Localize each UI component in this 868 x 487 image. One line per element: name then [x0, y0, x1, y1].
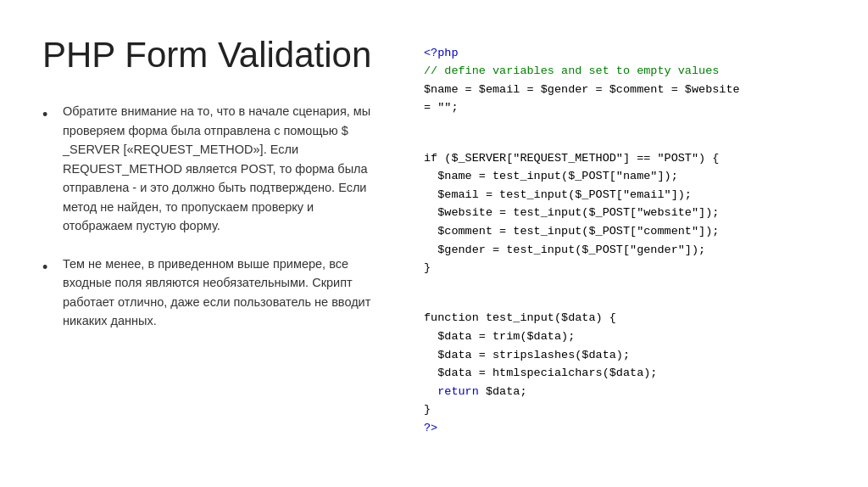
code-if-body-2: $email = test_input($_POST["email"]);	[424, 188, 692, 201]
code-comment: // define variables and set to empty val…	[424, 64, 719, 77]
left-panel: PHP Form Validation • Обратите внимание …	[0, 0, 407, 487]
code-func-close: }	[424, 403, 431, 416]
code-block: <?php // define variables and set to emp…	[424, 25, 843, 456]
code-return-val: $data;	[479, 385, 527, 398]
code-return: return	[424, 385, 479, 398]
code-if-close: }	[424, 261, 431, 274]
code-func-body-1: $data = trim($data);	[424, 330, 575, 343]
code-if: if ($_SERVER["REQUEST_METHOD"] == "POST"…	[424, 152, 719, 165]
bullet-dot: •	[42, 104, 56, 127]
code-line1: $name = $email = $gender = $comment = $w…	[424, 83, 740, 96]
code-if-body-4: $comment = test_input($_POST["comment"])…	[424, 225, 719, 238]
page-title: PHP Form Validation	[42, 34, 373, 76]
code-if-body-3: $website = test_input($_POST["website"])…	[424, 206, 719, 219]
code-if-body-5: $gender = test_input($_POST["gender"]);	[424, 244, 705, 256]
code-line2: = "";	[424, 101, 459, 114]
code-func-def: function test_input($data) {	[424, 311, 616, 324]
code-func-body-3: $data = htmlspecialchars($data);	[424, 367, 657, 379]
code-close-tag: ?>	[424, 422, 437, 434]
bullet-text: Тем не менее, в приведенном выше примере…	[63, 255, 373, 331]
code-if-body-1: $name = test_input($_POST["name"]);	[424, 170, 678, 182]
list-item: • Тем не менее, в приведенном выше приме…	[42, 255, 373, 331]
code-func-body-2: $data = stripslashes($data);	[424, 349, 630, 361]
code-open-tag: <?php	[424, 47, 459, 59]
bullet-dot: •	[42, 256, 56, 280]
code-panel: <?php // define variables and set to emp…	[407, 0, 868, 487]
bullet-list: • Обратите внимание на то, что в начале …	[42, 102, 373, 349]
list-item: • Обратите внимание на то, что в начале …	[42, 102, 373, 235]
bullet-text: Обратите внимание на то, что в начале сц…	[63, 102, 373, 235]
